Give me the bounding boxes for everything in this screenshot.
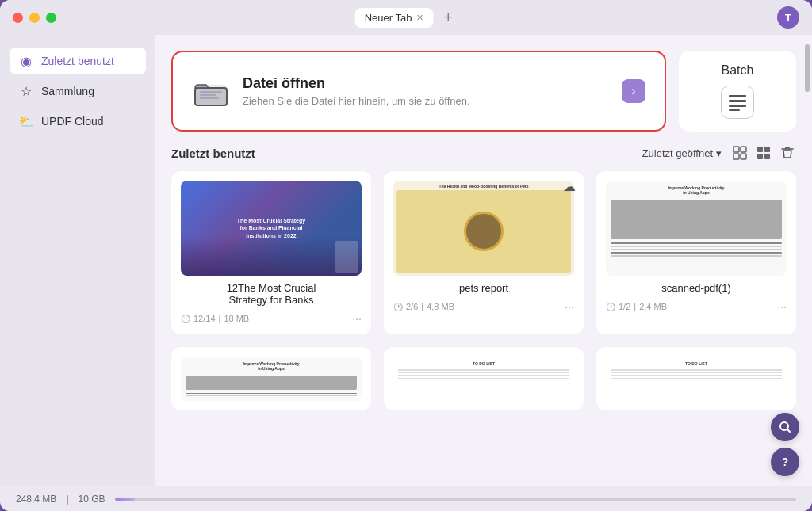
svg-rect-8: [729, 105, 746, 107]
svg-rect-7: [729, 100, 746, 102]
svg-rect-13: [741, 154, 746, 159]
recent-header: Zuletzt benutzt Zuletzt geöffnet ▾: [171, 144, 796, 162]
batch-icon: [721, 86, 754, 119]
file-thumb-scanned2: Improve Working Productivityin Using App…: [181, 357, 362, 401]
tab-neuer-tab[interactable]: Neuer Tab ✕: [355, 8, 434, 28]
file-thumb-todo: TO DO LIST: [393, 357, 574, 401]
open-file-arrow-button[interactable]: ›: [622, 79, 645, 103]
svg-rect-9: [729, 109, 740, 111]
window: Neuer Tab ✕ + T ◉ Zuletzt benutzt ☆ Samm…: [0, 0, 812, 511]
delete-icon[interactable]: [779, 144, 796, 162]
storage-used: 248,4 MB: [16, 494, 56, 505]
recent-icon: ◉: [19, 54, 33, 68]
clock-icon-pets: 🕐: [393, 303, 403, 311]
cloud-badge-pets: ☁: [563, 179, 576, 194]
file-card-todo[interactable]: TO DO LIST: [384, 347, 584, 410]
svg-rect-14: [757, 147, 763, 152]
file-meta-scanned: 🕐 1/2 | 2,4 MB ···: [606, 300, 787, 313]
sidebar: ◉ Zuletzt benutzt ☆ Sammlung ⛅ UPDF Clou…: [0, 35, 155, 486]
svg-rect-5: [200, 97, 219, 99]
collection-icon: ☆: [19, 84, 33, 98]
file-card-scanned[interactable]: Improve Working Productivityin Using App…: [596, 171, 796, 334]
sidebar-item-cloud-label: UPDF Cloud: [41, 115, 104, 128]
file-card-banks[interactable]: The Most Crucial Strategyfor Banks and F…: [171, 171, 371, 334]
search-float-button[interactable]: [771, 413, 799, 441]
file-date-scanned: 1/2: [619, 302, 630, 311]
content-area: Datei öffnen Ziehen Sie die Datei hier h…: [155, 35, 812, 486]
sidebar-item-recent[interactable]: ◉ Zuletzt benutzt: [10, 48, 146, 74]
file-date-banks: 12/14: [193, 314, 216, 323]
files-grid: The Most Crucial Strategyfor Banks and F…: [171, 171, 796, 410]
storage-total: 10 GB: [79, 494, 105, 505]
file-name-pets: pets report: [393, 282, 574, 294]
float-buttons: ?: [771, 413, 799, 476]
storage-separator: |: [66, 494, 68, 505]
arrow-icon: ›: [631, 84, 635, 98]
tab-area: Neuer Tab ✕ +: [355, 8, 458, 28]
svg-rect-15: [764, 147, 770, 152]
file-card-pets[interactable]: ☁ The Health and Mood-Boosting Benefits …: [384, 171, 584, 334]
sort-arrow-icon: ▾: [716, 147, 722, 159]
svg-rect-1: [195, 88, 227, 105]
svg-rect-6: [729, 95, 746, 97]
file-meta-left-banks: 🕐 12/14 | 18 MB: [181, 314, 249, 323]
svg-rect-12: [733, 154, 739, 159]
file-name-scanned: scanned-pdf(1): [606, 282, 787, 294]
file-card-scanned2[interactable]: Improve Working Productivityin Using App…: [171, 347, 371, 410]
recent-title: Zuletzt benutzt: [171, 147, 255, 160]
clock-icon-scanned: 🕐: [606, 303, 615, 311]
list-view-icon[interactable]: [731, 144, 749, 162]
maximize-button[interactable]: [46, 13, 56, 23]
svg-rect-17: [764, 154, 770, 159]
sort-label: Zuletzt geöffnet: [642, 147, 713, 159]
open-file-card[interactable]: Datei öffnen Ziehen Sie die Datei hier h…: [171, 51, 666, 132]
scrollbar[interactable]: [802, 35, 812, 486]
minimize-button[interactable]: [29, 13, 40, 23]
storage-bar-fill: [115, 498, 136, 501]
storage-bar-track: [115, 498, 796, 501]
titlebar: Neuer Tab ✕ + T: [0, 0, 812, 35]
svg-rect-16: [757, 154, 763, 159]
file-options-scanned[interactable]: ···: [777, 300, 787, 313]
svg-rect-3: [200, 91, 222, 93]
file-thumb-todo2: TO DO LIST: [606, 357, 787, 401]
file-size-scanned: 2,4 MB: [639, 302, 667, 311]
sidebar-item-cloud[interactable]: ⛅ UPDF Cloud: [10, 108, 146, 135]
svg-rect-11: [741, 147, 746, 152]
cloud-icon: ⛅: [19, 114, 33, 128]
tab-label: Neuer Tab: [365, 12, 412, 24]
user-avatar[interactable]: T: [777, 6, 799, 29]
file-meta-pets: 🕐 2/6 | 4,8 MB ···: [393, 300, 574, 313]
new-tab-button[interactable]: +: [439, 9, 457, 26]
file-options-banks[interactable]: ···: [352, 312, 362, 325]
sidebar-item-collection[interactable]: ☆ Sammlung: [10, 78, 146, 105]
open-file-text: Datei öffnen Ziehen Sie die Datei hier h…: [243, 75, 609, 107]
close-button[interactable]: [13, 13, 23, 23]
file-meta-left-scanned: 🕐 1/2 | 2,4 MB: [606, 302, 667, 311]
open-file-title: Datei öffnen: [243, 75, 609, 92]
scrollbar-thumb[interactable]: [805, 44, 810, 92]
file-size-pets: 4,8 MB: [427, 302, 454, 311]
clock-icon-banks: 🕐: [181, 315, 190, 323]
file-options-pets[interactable]: ···: [565, 300, 574, 313]
svg-line-19: [787, 429, 790, 432]
help-float-button[interactable]: ?: [771, 448, 799, 476]
view-icons: [731, 144, 796, 162]
open-file-folder-icon: [192, 72, 230, 110]
batch-title: Batch: [722, 63, 754, 78]
open-file-subtitle: Ziehen Sie die Datei hier hinein, um sie…: [243, 95, 609, 107]
sidebar-item-collection-label: Sammlung: [41, 85, 94, 97]
recent-section: Zuletzt benutzt Zuletzt geöffnet ▾: [171, 144, 796, 410]
tab-close-icon[interactable]: ✕: [416, 13, 423, 23]
sidebar-item-recent-label: Zuletzt benutzt: [41, 55, 114, 67]
file-date-pets: 2/6: [406, 302, 418, 311]
file-name-banks: 12The Most CrucialStrategy for Banks: [181, 282, 362, 306]
batch-card[interactable]: Batch: [679, 51, 796, 132]
file-thumb-pets: The Health and Mood-Boosting Benefits of…: [393, 181, 574, 276]
status-bar: 248,4 MB | 10 GB: [0, 486, 812, 511]
sort-dropdown[interactable]: Zuletzt geöffnet ▾: [642, 147, 722, 159]
file-card-todo2[interactable]: TO DO LIST: [596, 347, 796, 410]
file-meta-banks: 🕐 12/14 | 18 MB ···: [181, 312, 362, 325]
grid-view-icon[interactable]: [755, 144, 772, 162]
top-row: Datei öffnen Ziehen Sie die Datei hier h…: [171, 51, 796, 132]
